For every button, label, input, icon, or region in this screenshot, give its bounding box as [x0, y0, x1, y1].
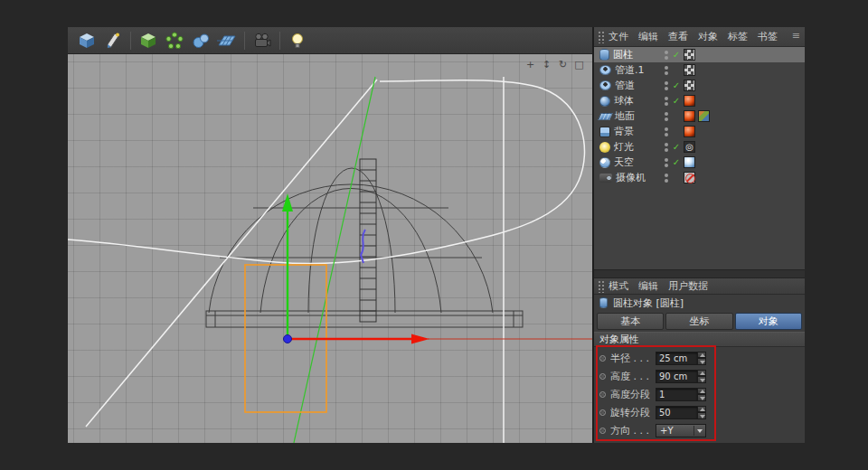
object-row-cylinder[interactable]: 圆柱 ✓ — [594, 47, 805, 62]
toggle-view-icon[interactable]: □ — [573, 59, 585, 70]
visibility-dots[interactable] — [665, 174, 669, 183]
texture-tag-thumbnail[interactable] — [698, 110, 710, 122]
panel-splitter[interactable] — [594, 269, 805, 278]
attribute-manager: 模式 编辑 用户数据 圆柱对象 [圆柱] 基本 坐标 对象 对象属性 半径 . … — [594, 278, 805, 439]
om-menu-tags[interactable]: 标签 — [728, 30, 748, 43]
object-name: 摄像机 — [616, 171, 646, 184]
visibility-dots[interactable] — [665, 81, 669, 90]
dolly-icon[interactable]: ↕ — [541, 59, 552, 70]
object-row-tube[interactable]: 管道 ✓ — [594, 78, 805, 93]
property-label: 方向 . . . — [610, 424, 654, 437]
camera-tool-icon[interactable] — [250, 29, 274, 52]
om-menu-bookmarks[interactable]: 书签 — [758, 30, 778, 43]
attribute-title: 圆柱对象 [圆柱] — [613, 296, 684, 310]
keyframe-circle-icon[interactable] — [599, 391, 606, 398]
visibility-dots[interactable] — [665, 51, 669, 60]
visibility-dots[interactable] — [665, 97, 669, 106]
target-tag-icon[interactable]: ◎ — [684, 141, 695, 153]
panel-grip-icon[interactable] — [598, 280, 605, 293]
property-label: 高度分段 — [610, 388, 654, 401]
toolbar-separator — [130, 32, 131, 50]
viewport-scene — [68, 54, 592, 443]
enabled-check-icon[interactable]: ✓ — [672, 157, 681, 167]
rotation-segments-input[interactable]: 50 — [656, 406, 697, 419]
radius-stepper[interactable] — [697, 352, 706, 365]
object-name: 背景 — [614, 125, 634, 138]
om-menu-file[interactable]: 文件 — [609, 30, 628, 43]
material-thumbnail[interactable] — [684, 110, 695, 122]
enabled-check-icon[interactable]: ✓ — [672, 80, 681, 90]
keyframe-circle-icon[interactable] — [599, 373, 606, 380]
height-segments-stepper[interactable] — [697, 388, 706, 401]
om-menu-view[interactable]: 查看 — [668, 30, 688, 43]
rotation-segments-stepper[interactable] — [697, 406, 706, 419]
am-menu-userdata[interactable]: 用户数据 — [668, 279, 708, 293]
object-row-light[interactable]: 灯光 ✓ ◎ — [594, 139, 805, 155]
visibility-dots[interactable] — [665, 127, 669, 136]
material-thumbnail[interactable] — [684, 49, 695, 61]
spline-pen-tool-icon[interactable] — [101, 29, 125, 52]
property-height: 高度 . . . 90 cm — [594, 367, 805, 385]
main-toolbar — [68, 27, 592, 54]
am-menu-mode[interactable]: 模式 — [609, 279, 628, 293]
radius-input[interactable]: 25 cm — [656, 352, 697, 365]
attribute-tabs: 基本 坐标 对象 — [594, 311, 805, 332]
object-name: 圆柱 — [613, 48, 633, 61]
material-thumbnail[interactable] — [684, 80, 695, 91]
cylinder-icon — [599, 49, 609, 61]
object-row-camera[interactable]: 摄像机 — [594, 170, 805, 185]
toolbar-separator — [244, 32, 245, 50]
property-orientation: 方向 . . . +Y — [594, 421, 805, 439]
floor-tool-icon[interactable] — [215, 29, 239, 52]
om-menu-edit[interactable]: 编辑 — [638, 30, 658, 43]
material-thumbnail[interactable] — [684, 156, 695, 168]
keyframe-circle-icon[interactable] — [599, 355, 606, 362]
height-segments-input[interactable]: 1 — [656, 388, 697, 401]
panel-options-icon[interactable]: ≡ — [792, 30, 800, 42]
tab-object[interactable]: 对象 — [735, 313, 802, 330]
attribute-title-row: 圆柱对象 [圆柱] — [594, 295, 805, 311]
visibility-dots[interactable] — [665, 143, 669, 152]
enabled-check-icon[interactable]: ✓ — [672, 96, 681, 106]
object-row-sky[interactable]: 天空 ✓ — [594, 155, 805, 170]
material-thumbnail[interactable] — [684, 95, 695, 107]
am-menu-edit[interactable]: 编辑 — [638, 279, 658, 293]
array-tool-icon[interactable] — [163, 29, 186, 52]
visibility-dots[interactable] — [665, 112, 669, 121]
om-menu-objects[interactable]: 对象 — [698, 30, 718, 43]
tab-basic[interactable]: 基本 — [597, 313, 664, 330]
keyframe-circle-icon[interactable] — [599, 428, 606, 434]
object-row-tube1[interactable]: 管道.1 — [594, 62, 805, 78]
material-thumbnail[interactable] — [684, 64, 695, 76]
object-row-background[interactable]: 背景 — [594, 124, 805, 139]
light-tool-icon[interactable] — [286, 29, 309, 52]
green-cube-tool-icon[interactable] — [137, 29, 160, 52]
keyframe-circle-icon[interactable] — [599, 409, 606, 416]
orientation-dropdown[interactable]: +Y — [656, 424, 706, 437]
height-input[interactable]: 90 cm — [656, 370, 697, 383]
height-stepper[interactable] — [697, 370, 706, 383]
tube-icon — [599, 80, 611, 90]
sky-icon — [599, 157, 610, 168]
pan-icon[interactable]: + — [524, 59, 536, 70]
object-row-floor[interactable]: 地面 — [594, 108, 805, 124]
enabled-check-icon[interactable]: ✓ — [672, 142, 681, 152]
visibility-dots[interactable] — [665, 158, 669, 167]
tab-coordinates[interactable]: 坐标 — [665, 313, 732, 330]
rotate-icon[interactable]: ↻ — [557, 59, 569, 70]
viewport[interactable]: + ↕ ↻ □ — [68, 54, 592, 443]
panel-grip-icon[interactable] — [598, 31, 605, 43]
property-label: 高度 . . . — [610, 370, 654, 383]
object-row-sphere[interactable]: 球体 ✓ — [594, 93, 805, 108]
protection-tag-icon[interactable] — [684, 172, 695, 183]
object-manager: 文件 编辑 查看 对象 标签 书签 ≡ 圆柱 ✓ — [594, 27, 805, 269]
material-thumbnail[interactable] — [684, 126, 695, 137]
enabled-check-icon[interactable]: ✓ — [672, 50, 681, 60]
metaball-tool-icon[interactable] — [189, 29, 212, 52]
object-manager-menubar: 文件 编辑 查看 对象 标签 书签 ≡ — [594, 27, 805, 47]
desktop-background: + ↕ ↻ □ 文件 编辑 查看 对象 标签 书签 ≡ — [0, 0, 868, 470]
light-icon — [599, 142, 610, 153]
section-header: 对象属性 — [594, 332, 805, 347]
visibility-dots[interactable] — [665, 66, 669, 75]
cube-tool-icon[interactable] — [75, 29, 99, 52]
